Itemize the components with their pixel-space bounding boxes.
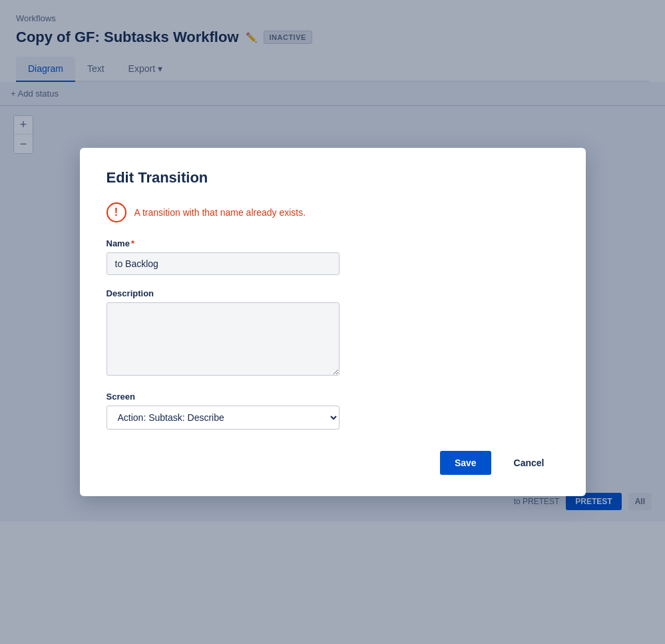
edit-transition-modal: Edit Transition ! A transition with that…	[80, 148, 586, 496]
error-icon: !	[107, 202, 126, 222]
name-input[interactable]	[107, 252, 339, 275]
save-button[interactable]: Save	[440, 451, 491, 475]
modal-title: Edit Transition	[107, 169, 559, 186]
description-form-group: Description	[107, 288, 559, 378]
error-banner: ! A transition with that name already ex…	[107, 202, 559, 222]
description-textarea[interactable]	[107, 302, 339, 376]
modal-footer: Save Cancel	[107, 451, 559, 475]
cancel-button[interactable]: Cancel	[499, 451, 559, 475]
modal-overlay: Edit Transition ! A transition with that…	[0, 0, 665, 644]
error-message: A transition with that name already exis…	[134, 207, 306, 218]
screen-label: Screen	[107, 392, 559, 402]
required-star: *	[131, 238, 134, 248]
description-label: Description	[107, 288, 559, 298]
screen-select[interactable]: Action: Subtask: DescribeNoneCreate Issu…	[107, 406, 339, 430]
screen-form-group: Screen Action: Subtask: DescribeNoneCrea…	[107, 392, 559, 430]
name-form-group: Name *	[107, 238, 559, 275]
name-label: Name *	[107, 238, 559, 248]
